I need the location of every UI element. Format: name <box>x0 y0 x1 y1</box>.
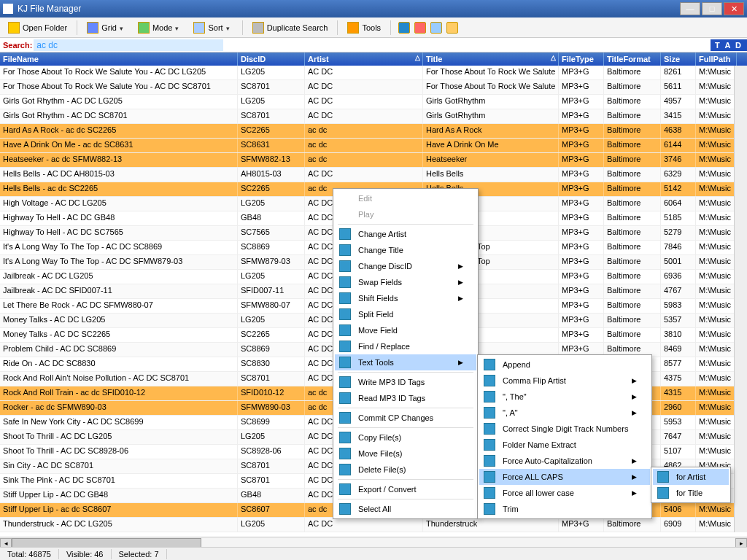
menu-item-label: Read MP3 ID Tags <box>358 394 425 402</box>
menu-item-label: Change DiscID <box>358 262 412 271</box>
cell-di: SC8701 <box>238 109 305 123</box>
table-row[interactable]: Hard As A Rock - ac dc SC2265SC2265ac dc… <box>0 124 747 139</box>
menu-item[interactable]: Change DiscID▶ <box>335 258 476 274</box>
tool-icon-4[interactable] <box>446 22 458 34</box>
menu-item[interactable]: Write MP3 ID Tags <box>335 374 476 390</box>
menu-item[interactable]: Force Auto-Capitalization▶ <box>479 453 650 469</box>
table-row[interactable]: Heatseeker - ac dc SFMW882-13SFMW882-13a… <box>0 153 747 168</box>
cell-sz: 8577 <box>661 357 696 371</box>
maximize-button[interactable]: □ <box>702 2 722 15</box>
cell-sz: 4638 <box>661 124 696 138</box>
info-icon[interactable] <box>430 22 442 34</box>
duplicate-search-button[interactable]: Duplicate Search <box>247 20 333 36</box>
menu-item-label: Move File(s) <box>358 449 403 458</box>
submenu-arrow-icon: ▶ <box>458 359 463 366</box>
table-row[interactable]: For Those About To Rock We Salute You - … <box>0 80 747 95</box>
cell-fp: M:\Music <box>696 270 737 284</box>
cell-di: SFMW890-03 <box>238 401 305 415</box>
menu-item[interactable]: Select All <box>335 501 476 517</box>
grid-button[interactable]: Grid <box>82 20 131 36</box>
separator <box>77 20 77 35</box>
close-button[interactable]: ✕ <box>724 2 744 15</box>
grid-header: FileName DiscID Artist△ Title△ FileType … <box>0 52 747 66</box>
app-icon <box>3 4 13 14</box>
sort-button[interactable]: Sort <box>188 20 237 36</box>
cell-ft: MP3+G <box>559 518 604 532</box>
separator <box>242 20 243 35</box>
col-filename[interactable]: FileName <box>0 52 238 66</box>
minimize-button[interactable]: — <box>680 2 700 15</box>
menu-item[interactable]: ", The"▶ <box>479 389 650 405</box>
open-folder-button[interactable]: Open Folder <box>3 20 72 36</box>
tool-icon-1[interactable] <box>398 22 410 34</box>
cell-di: LG205 <box>238 518 305 532</box>
submenu-arrow-icon: ▶ <box>632 393 637 400</box>
menu-item[interactable]: Folder Name Extract <box>479 437 650 453</box>
menu-item[interactable]: Delete File(s) <box>335 462 476 478</box>
table-row[interactable]: For Those About To Rock We Salute You - … <box>0 66 747 80</box>
cell-fp: M:\Music <box>696 168 737 182</box>
col-discid[interactable]: DiscID <box>238 52 305 66</box>
table-row[interactable]: Have A Drink On Me - ac dc SC8631SC8631a… <box>0 139 747 153</box>
cell-fn: For Those About To Rock We Salute You - … <box>0 66 238 79</box>
menu-item[interactable]: Force all lower case▶ <box>479 485 650 501</box>
col-title[interactable]: Title△ <box>423 52 559 66</box>
menu-item[interactable]: Export / Convert <box>335 481 476 497</box>
col-fullpath[interactable]: FullPath <box>696 52 737 66</box>
menu-item[interactable]: Trim <box>479 501 650 517</box>
menu-item[interactable]: Force ALL CAPS▶ <box>479 469 650 485</box>
menu-item[interactable]: Read MP3 ID Tags <box>335 390 476 406</box>
menu-item[interactable]: Change Artist <box>335 226 476 242</box>
vertical-scrollbar[interactable] <box>734 66 747 532</box>
menu-item[interactable]: Correct Single Digit Track Numbers <box>479 421 650 437</box>
col-artist[interactable]: Artist△ <box>305 52 423 66</box>
menu-item[interactable]: ", A"▶ <box>479 405 650 421</box>
menu-item[interactable]: Shift Fields▶ <box>335 290 476 306</box>
cell-ar: ac dc <box>305 153 423 167</box>
table-row[interactable]: Girls Got Rhythm - AC DC LG205LG205AC DC… <box>0 95 747 109</box>
menu-item[interactable]: Text Tools▶ <box>335 354 476 370</box>
menu-item[interactable]: Copy File(s) <box>335 429 476 446</box>
tad-toggle[interactable]: T A D <box>711 39 747 51</box>
chevron-down-icon <box>175 23 182 32</box>
table-row[interactable]: Hells Bells - AC DC AH8015-03AH8015-03AC… <box>0 168 747 182</box>
table-row[interactable]: Girls Got Rhythm - AC DC SC8701SC8701AC … <box>0 109 747 124</box>
cell-fn: High Voltage - AC DC LG205 <box>0 197 238 211</box>
cell-fn: Have A Drink On Me - ac dc SC8631 <box>0 139 238 152</box>
table-row[interactable]: Thunderstruck - AC DC LG205LG205AC DCThu… <box>0 518 747 532</box>
menu-item[interactable]: for Artist <box>653 469 729 485</box>
search-input[interactable] <box>34 39 223 51</box>
submenu-text-tools[interactable]: AppendComma Flip Artist▶", The"▶", A"▶Co… <box>477 354 652 519</box>
cell-fp: M:\Music <box>696 299 737 313</box>
cell-fn: Stiff Upper Lip - AC DC GB48 <box>0 489 238 502</box>
cell-fp: M:\Music <box>696 518 737 532</box>
cell-fp: M:\Music <box>696 241 737 254</box>
menu-item[interactable]: Find / Replace <box>335 338 476 354</box>
col-titleformat[interactable]: TitleFormat <box>604 52 661 66</box>
cell-fp: M:\Music <box>696 386 737 400</box>
cell-sz: 5142 <box>661 182 696 196</box>
menu-item[interactable]: Append <box>479 357 650 373</box>
menu-item[interactable]: Change Title <box>335 242 476 258</box>
col-filetype[interactable]: FileType <box>559 52 604 66</box>
menu-item[interactable]: Comma Flip Artist▶ <box>479 373 650 389</box>
submenu-force-caps[interactable]: for Artistfor Title <box>651 467 731 503</box>
menu-item[interactable]: Move Field <box>335 322 476 338</box>
menu-item[interactable]: Move File(s) <box>335 446 476 462</box>
col-size[interactable]: Size <box>661 52 696 66</box>
tool-icon-2[interactable] <box>414 22 426 34</box>
menu-item-label: for Artist <box>676 472 705 481</box>
context-menu[interactable]: EditPlayChange ArtistChange TitleChange … <box>333 188 479 519</box>
mode-button[interactable]: Mode <box>133 20 187 36</box>
cell-ti: Girls GotRhythm <box>423 95 559 109</box>
menu-item-label: Select All <box>358 505 391 513</box>
cell-tf: Baltimore <box>604 299 661 313</box>
menu-item[interactable]: Split Field <box>335 306 476 322</box>
menu-item[interactable]: Commit CP Changes <box>335 410 476 426</box>
menu-item-icon <box>482 406 497 419</box>
cell-ar: AC DC <box>305 95 423 109</box>
menu-item[interactable]: for Title <box>653 485 729 501</box>
menu-item[interactable]: Swap Fields▶ <box>335 274 476 290</box>
menu-item-label: Shift Fields <box>358 294 398 303</box>
tools-button[interactable]: Tools <box>342 20 386 36</box>
